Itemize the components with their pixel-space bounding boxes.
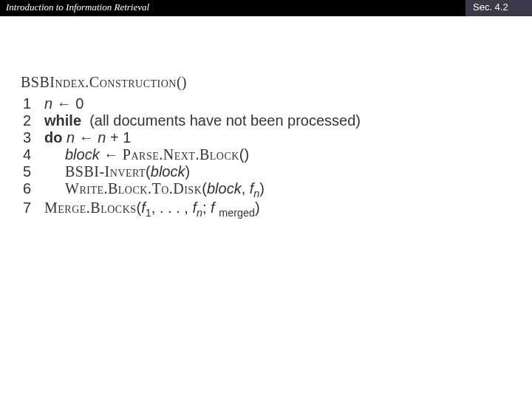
- algorithm-title: BSBIndex.Construction(): [21, 74, 511, 91]
- line-number: 6: [21, 180, 44, 200]
- algo-line: 7Merge.Blocks(f1, . . . , fn; f merged): [21, 200, 361, 219]
- algorithm-name: BSBIndex.Construction: [21, 74, 177, 90]
- algorithm-block: BSBIndex.Construction() 1n ← 02while (al…: [21, 74, 511, 219]
- algo-line: 6Write.Block.To.Disk(block, fn): [21, 180, 361, 200]
- line-code: while (all documents have not been proce…: [44, 112, 361, 129]
- algo-line: 5BSBI-Invert(block): [21, 163, 361, 180]
- line-number: 3: [21, 129, 44, 146]
- algorithm-parens: (): [177, 74, 186, 90]
- line-number: 5: [21, 163, 44, 180]
- line-code: n ← 0: [44, 95, 361, 112]
- header-section: Sec. 4.2: [466, 0, 532, 16]
- line-number: 4: [21, 146, 44, 163]
- line-code: block ← Parse.Next.Block(): [44, 146, 361, 163]
- algo-line: 4block ← Parse.Next.Block(): [21, 146, 361, 163]
- line-number: 1: [21, 95, 44, 112]
- line-code: do n ← n + 1: [44, 129, 361, 146]
- algo-line: 2while (all documents have not been proc…: [21, 112, 361, 129]
- line-code: BSBI-Invert(block): [44, 163, 361, 180]
- algorithm-lines: 1n ← 02while (all documents have not bee…: [21, 95, 361, 219]
- line-code: Write.Block.To.Disk(block, fn): [44, 180, 361, 200]
- header-title: Introduction to Information Retrieval: [0, 0, 466, 16]
- line-code: Merge.Blocks(f1, . . . , fn; f merged): [44, 200, 361, 219]
- slide-header: Introduction to Information Retrieval Se…: [0, 0, 532, 16]
- algo-line: 3do n ← n + 1: [21, 129, 361, 146]
- line-number: 2: [21, 112, 44, 129]
- algo-line: 1n ← 0: [21, 95, 361, 112]
- line-number: 7: [21, 200, 44, 219]
